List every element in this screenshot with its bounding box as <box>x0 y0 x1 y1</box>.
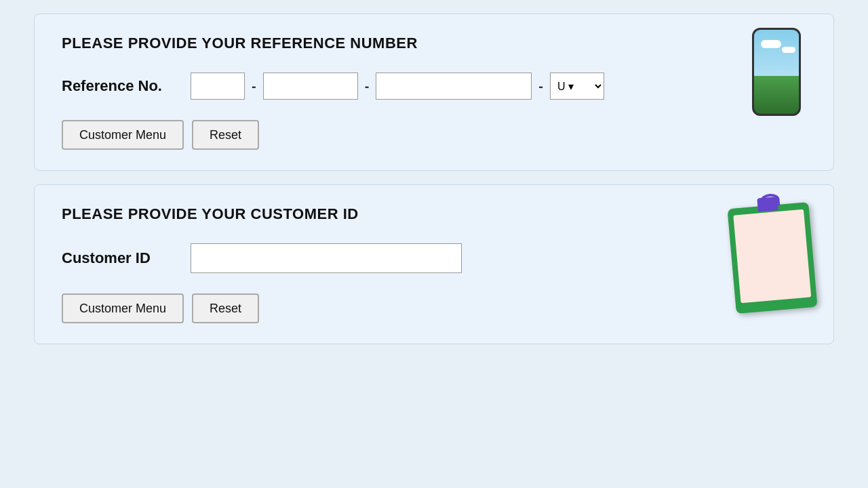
section1-reset-button[interactable]: Reset <box>192 120 259 150</box>
clipboard-board <box>727 202 817 314</box>
customer-id-input[interactable] <box>191 243 462 273</box>
clipboard-paper <box>733 209 811 304</box>
phone-sky <box>754 30 799 76</box>
section2-title: PLEASE PROVIDE YOUR CUSTOMER ID <box>62 205 806 223</box>
phone-screen <box>754 30 799 114</box>
ref-input-part2[interactable] <box>263 73 358 100</box>
phone-ground <box>754 76 799 114</box>
clipboard-illustration <box>732 205 820 321</box>
suffix-dropdown[interactable]: U ▾ V W <box>550 73 604 100</box>
reference-number-section: PLEASE PROVIDE YOUR REFERENCE NUMBER Ref… <box>34 14 834 171</box>
clipboard-clip <box>757 197 778 212</box>
section1-customer-menu-button[interactable]: Customer Menu <box>62 120 184 150</box>
ref-input-part1[interactable] <box>191 73 245 100</box>
phone-cloud-2 <box>782 47 795 53</box>
section2-reset-button[interactable]: Reset <box>192 293 259 323</box>
section1-title: PLEASE PROVIDE YOUR REFERENCE NUMBER <box>62 35 806 52</box>
customer-id-label: Customer ID <box>62 249 184 267</box>
section2-button-row: Customer Menu Reset <box>62 293 806 323</box>
reference-number-row: Reference No. - - - U ▾ V W <box>62 73 806 100</box>
customer-id-section: PLEASE PROVIDE YOUR CUSTOMER ID Customer… <box>34 184 834 344</box>
separator-2: - <box>365 79 370 94</box>
separator-3: - <box>538 79 543 94</box>
section2-customer-menu-button[interactable]: Customer Menu <box>62 293 184 323</box>
customer-id-row: Customer ID <box>62 243 806 273</box>
phone-body <box>752 28 801 116</box>
section1-button-row: Customer Menu Reset <box>62 120 806 150</box>
phone-illustration <box>752 28 806 123</box>
phone-cloud-1 <box>761 40 781 48</box>
separator-1: - <box>252 79 256 94</box>
reference-no-label: Reference No. <box>62 77 184 95</box>
ref-input-part3[interactable] <box>376 73 532 100</box>
